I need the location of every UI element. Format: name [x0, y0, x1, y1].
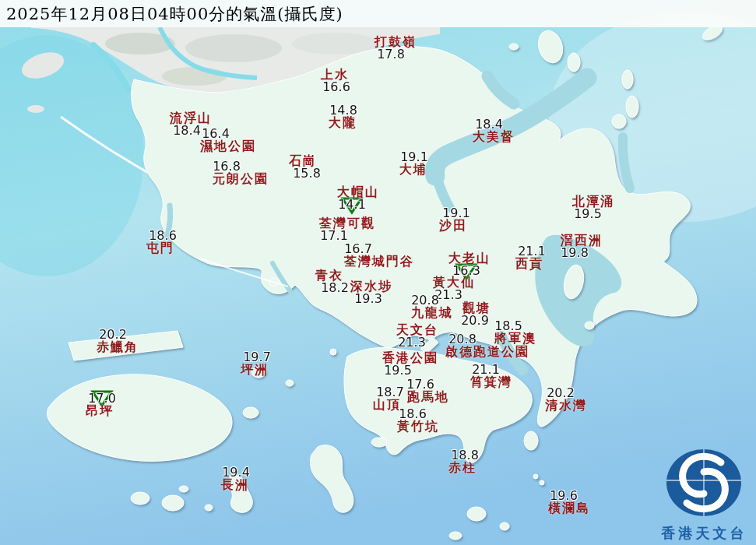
hong-kong-territory-map	[0, 0, 756, 545]
po-toi-island-3	[500, 522, 509, 530]
tuen-mun-river-water	[167, 206, 171, 236]
ne-island-1	[622, 70, 633, 89]
port-shelter-islet	[585, 322, 594, 329]
green-island	[330, 349, 336, 355]
hei-ling-chau-island	[243, 407, 258, 418]
tap-mun-island	[612, 114, 626, 128]
waglan-island-1	[533, 474, 538, 479]
soko-island-2	[162, 495, 184, 511]
ne-island-2	[626, 96, 638, 118]
tung-lung-chau-island	[524, 431, 538, 450]
soko-island-1	[131, 492, 149, 505]
peng-chau-island	[251, 367, 265, 378]
hko-logo: 香港天文台 HONG KONG OBSERVATORY	[652, 445, 756, 545]
ap-chau-island	[509, 44, 519, 50]
hko-logo-chinese-name: 香港天文台	[652, 524, 756, 543]
soko-island-4	[179, 486, 188, 492]
ap-lei-chau-island	[371, 438, 387, 447]
crooked-harbour-island	[568, 53, 580, 72]
title-bar: 2025年12月08日04時00分的氣溫(攝氏度)	[0, 0, 756, 27]
po-toi-island-2	[449, 532, 462, 540]
po-toi-island-1	[467, 507, 486, 521]
kau-yi-chau-island	[286, 380, 294, 386]
hko-temperature-map-screen: 2025年12月08日04時00分的氣溫(攝氏度) 打鼓嶺 17.8 上水 16…	[0, 0, 756, 545]
soko-island-3	[205, 505, 213, 511]
waglan-island-2	[540, 480, 544, 485]
map-title: 2025年12月08日04時00分的氣溫(攝氏度)	[0, 3, 343, 25]
hko-logo-icon	[652, 445, 756, 520]
